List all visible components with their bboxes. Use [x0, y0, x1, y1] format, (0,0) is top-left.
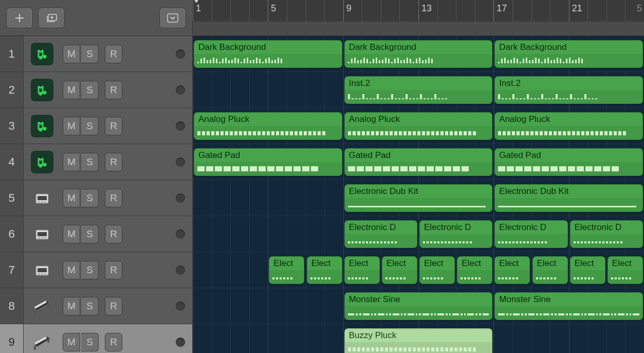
- midi-track-icon[interactable]: [31, 151, 53, 173]
- midi-track-icon[interactable]: [31, 115, 53, 137]
- track-row[interactable]: 1MSR: [0, 36, 192, 72]
- record-arm-indicator[interactable]: [176, 121, 185, 131]
- track-number[interactable]: 1: [0, 36, 24, 72]
- region[interactable]: Elect: [532, 256, 568, 284]
- region[interactable]: Electronic D: [494, 220, 567, 248]
- record-enable-button[interactable]: R: [105, 297, 122, 315]
- region[interactable]: Analog Pluck: [194, 112, 342, 140]
- record-enable-button[interactable]: R: [105, 81, 122, 99]
- bar-ruler[interactable]: 1591317215: [193, 0, 644, 22]
- record-arm-indicator[interactable]: [176, 230, 185, 239]
- record-enable-button[interactable]: R: [105, 153, 122, 171]
- add-duplicate-button[interactable]: [38, 8, 65, 28]
- solo-button[interactable]: S: [81, 45, 99, 63]
- keys-track-icon[interactable]: [31, 295, 53, 317]
- track-number[interactable]: 9: [0, 324, 24, 353]
- region[interactable]: Electronic D: [570, 220, 643, 248]
- region[interactable]: Dark Background: [194, 40, 342, 68]
- mute-button[interactable]: M: [63, 117, 80, 135]
- mute-button[interactable]: M: [63, 45, 80, 63]
- record-arm-indicator[interactable]: [176, 266, 185, 275]
- region[interactable]: Gated Pad: [494, 148, 643, 176]
- record-enable-button[interactable]: R: [105, 189, 122, 207]
- track-row[interactable]: 6MSR: [0, 216, 192, 252]
- region[interactable]: Elect: [307, 256, 342, 284]
- track-number[interactable]: 2: [0, 72, 24, 108]
- record-enable-button[interactable]: R: [105, 225, 122, 243]
- record-arm-indicator[interactable]: [176, 157, 185, 167]
- add-button[interactable]: [6, 8, 33, 28]
- region[interactable]: Gated Pad: [344, 148, 493, 176]
- record-arm-indicator[interactable]: [176, 338, 185, 347]
- region[interactable]: Analog Pluck: [344, 112, 493, 140]
- region[interactable]: Elect: [457, 256, 492, 284]
- region[interactable]: Electronic D: [344, 220, 417, 248]
- region[interactable]: Elect: [269, 256, 304, 284]
- drum-track-icon[interactable]: [31, 223, 53, 245]
- mute-button[interactable]: M: [63, 333, 80, 351]
- solo-button[interactable]: S: [81, 81, 99, 99]
- track-number[interactable]: 5: [0, 180, 24, 216]
- track-row[interactable]: 9MSR: [0, 324, 192, 353]
- track-row[interactable]: 2MSR: [0, 72, 192, 108]
- record-arm-indicator[interactable]: [176, 49, 185, 59]
- region[interactable]: Monster Sine: [344, 292, 493, 320]
- region[interactable]: Electronic Dub Kit: [344, 184, 493, 212]
- arrange-area[interactable]: Dark BackgroundDark BackgroundDark Backg…: [193, 36, 644, 353]
- record-enable-button[interactable]: R: [105, 333, 122, 351]
- playhead-indicator-icon[interactable]: [193, 0, 200, 3]
- region[interactable]: Inst.2: [494, 76, 643, 104]
- track-row[interactable]: 8MSR: [0, 288, 192, 324]
- track-row[interactable]: 7MSR: [0, 252, 192, 288]
- mute-button[interactable]: M: [63, 81, 80, 99]
- solo-button[interactable]: S: [81, 261, 99, 279]
- track-row[interactable]: 3MSR: [0, 108, 192, 144]
- record-arm-indicator[interactable]: [176, 302, 185, 311]
- region[interactable]: Electronic D: [419, 220, 492, 248]
- mute-button[interactable]: M: [63, 297, 80, 315]
- record-arm-indicator[interactable]: [176, 85, 185, 95]
- mute-button[interactable]: M: [63, 189, 80, 207]
- track-number[interactable]: 8: [0, 288, 24, 324]
- region[interactable]: Monster Sine: [494, 292, 643, 320]
- solo-button[interactable]: S: [81, 333, 99, 351]
- record-arm-indicator[interactable]: [176, 193, 185, 203]
- region[interactable]: Analog Pluck: [494, 112, 643, 140]
- region[interactable]: Elect: [570, 256, 605, 284]
- record-enable-button[interactable]: R: [105, 45, 122, 63]
- record-enable-button[interactable]: R: [105, 261, 122, 279]
- mute-button[interactable]: M: [63, 225, 80, 243]
- midi-track-icon[interactable]: [31, 79, 53, 101]
- region[interactable]: Gated Pad: [194, 148, 342, 176]
- region[interactable]: Electronic Dub Kit: [494, 184, 643, 212]
- region[interactable]: Elect: [494, 256, 530, 284]
- solo-button[interactable]: S: [81, 225, 99, 243]
- drum-track-icon[interactable]: [31, 259, 53, 281]
- midi-track-icon[interactable]: [31, 43, 53, 65]
- track-number[interactable]: 3: [0, 108, 24, 144]
- region[interactable]: Elect: [608, 256, 643, 284]
- views-dropdown-button[interactable]: [159, 8, 186, 28]
- solo-button[interactable]: S: [81, 153, 99, 171]
- track-row[interactable]: 4MSR: [0, 144, 192, 180]
- region[interactable]: Buzzy Pluck: [344, 328, 493, 353]
- drum-track-icon[interactable]: [31, 187, 53, 209]
- track-row[interactable]: 5MSR: [0, 180, 192, 216]
- record-enable-button[interactable]: R: [105, 117, 122, 135]
- mute-button[interactable]: M: [63, 261, 80, 279]
- region[interactable]: Elect: [419, 256, 455, 284]
- mute-button[interactable]: M: [63, 153, 80, 171]
- region[interactable]: Dark Background: [494, 40, 643, 68]
- region[interactable]: Dark Background: [344, 40, 493, 68]
- track-number[interactable]: 4: [0, 144, 24, 180]
- region[interactable]: Elect: [344, 256, 380, 284]
- region[interactable]: Inst.2: [344, 76, 493, 104]
- keys-track-icon[interactable]: [31, 331, 53, 354]
- track-number[interactable]: 6: [0, 216, 24, 252]
- region[interactable]: Elect: [382, 256, 417, 284]
- solo-button[interactable]: S: [81, 117, 99, 135]
- track-number[interactable]: 7: [0, 252, 24, 288]
- solo-button[interactable]: S: [81, 189, 99, 207]
- svg-point-5: [39, 92, 43, 95]
- solo-button[interactable]: S: [81, 297, 99, 315]
